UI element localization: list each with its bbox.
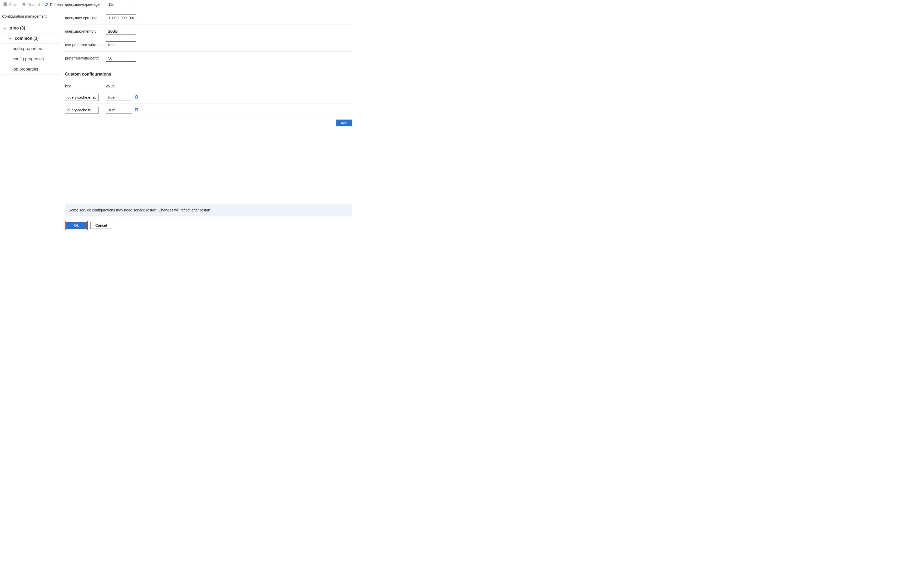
save-label: Save: [9, 3, 17, 7]
add-row-container: Add: [65, 116, 352, 130]
footer-actions: Ok Cancel: [65, 220, 352, 230]
config-key: query.min-expire-age: [65, 2, 106, 6]
section-title: Configuration management: [2, 10, 61, 22]
right-panel: query.min-expire-age query.max-cpu-time …: [61, 0, 356, 233]
chevron-down-icon: [3, 26, 7, 30]
svg-rect-1: [5, 3, 6, 4]
discard-button[interactable]: Discard: [20, 2, 41, 8]
tree-label: common (3): [15, 36, 39, 41]
config-value-input[interactable]: [106, 1, 136, 8]
save-button[interactable]: Save: [2, 2, 19, 8]
config-key: query.max-memory: [65, 29, 106, 34]
config-key: query.max-cpu-time: [65, 16, 106, 20]
footer: Some service configurations may need ser…: [61, 199, 356, 233]
key-column-header: key: [65, 84, 106, 88]
tree-label: log.properties: [13, 67, 38, 72]
tree-label: trino (3): [9, 26, 25, 31]
tree-label: config.properties: [13, 57, 44, 61]
config-row: preferred-write-partitioning-min-num…: [65, 52, 352, 65]
custom-value-input[interactable]: [106, 94, 132, 101]
chevron-down-icon: [8, 37, 12, 40]
config-row: query.min-expire-age: [65, 0, 352, 11]
config-value-input[interactable]: [106, 14, 136, 21]
tree-leaf-config-properties[interactable]: config.properties: [2, 54, 61, 64]
trash-icon: [134, 107, 139, 112]
add-button[interactable]: Add: [336, 119, 352, 126]
custom-key-input[interactable]: [65, 107, 99, 113]
discard-label: Discard: [28, 3, 40, 7]
delete-row-button[interactable]: [133, 106, 139, 113]
delete-row-button[interactable]: [133, 94, 139, 101]
svg-rect-2: [4, 5, 6, 6]
left-panel: Save Discard Refresh Configuration manag…: [0, 0, 61, 233]
config-value-input[interactable]: [106, 41, 136, 48]
save-icon: [3, 2, 8, 7]
config-value-input[interactable]: [106, 28, 136, 35]
custom-value-input[interactable]: [106, 107, 132, 113]
tree-leaf-node-properties[interactable]: node.properties: [2, 44, 61, 54]
config-row: query.max-memory: [65, 25, 352, 38]
config-key: use-preferred-write-partitioning: [65, 43, 106, 47]
custom-config-row: [65, 91, 352, 104]
config-tree: trino (3) common (3) node.properties con…: [2, 22, 61, 75]
svg-rect-3: [135, 96, 138, 98]
custom-config-row: [65, 104, 352, 116]
tree-leaf-log-properties[interactable]: log.properties: [2, 64, 61, 75]
svg-rect-4: [135, 109, 138, 111]
undo-icon: [21, 2, 26, 7]
config-scroll[interactable]: query.min-expire-age query.max-cpu-time …: [61, 0, 356, 199]
ok-highlight: Ok: [65, 220, 88, 230]
config-value-input[interactable]: [106, 55, 136, 61]
custom-config-header: key value: [65, 81, 352, 91]
tree-label: node.properties: [13, 46, 42, 51]
toolbar: Save Discard Refresh: [2, 1, 61, 10]
config-key: preferred-write-partitioning-min-num…: [65, 56, 106, 60]
tree-node-common[interactable]: common (3): [2, 34, 61, 44]
cancel-button[interactable]: Cancel: [90, 222, 112, 229]
info-banner: Some service configurations may need ser…: [65, 204, 352, 216]
trash-icon: [134, 95, 139, 100]
tree-node-trino[interactable]: trino (3): [2, 23, 61, 34]
custom-config-heading: Custom configurations: [65, 65, 352, 81]
config-row: query.max-cpu-time: [65, 11, 352, 25]
ok-button[interactable]: Ok: [66, 222, 87, 229]
config-row: use-preferred-write-partitioning: [65, 38, 352, 52]
value-column-header: value: [106, 84, 352, 88]
refresh-icon: [44, 2, 48, 7]
custom-key-input[interactable]: [65, 94, 99, 101]
